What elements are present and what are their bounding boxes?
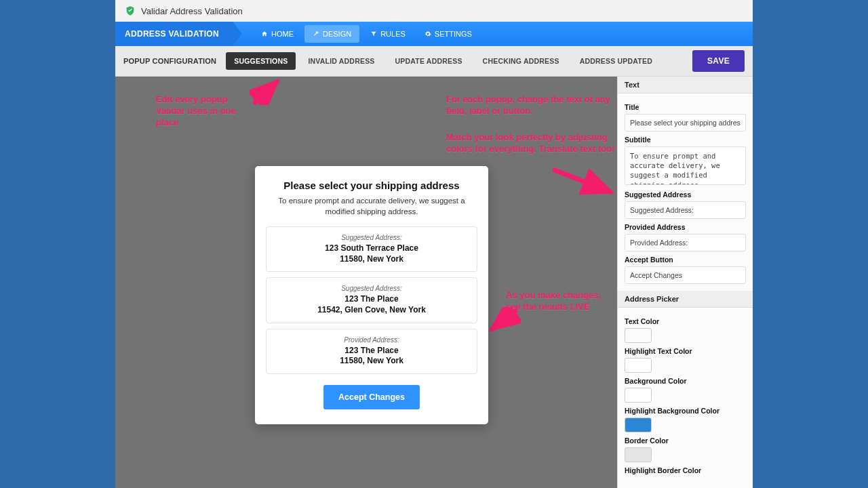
address-label: Suggested Address:	[272, 234, 471, 241]
swatch-text-color[interactable]	[625, 328, 652, 343]
label-bg-color: Background Color	[625, 377, 746, 385]
label-border-color: Border Color	[625, 436, 746, 445]
swatch-bg-color[interactable]	[625, 388, 652, 403]
popup-title: Please select your shipping address	[266, 180, 477, 191]
popup-subtitle: To ensure prompt and accurate delivery, …	[266, 195, 477, 217]
section-picker-header: Address Picker	[618, 291, 753, 308]
label-provided: Provided Address	[625, 223, 746, 231]
nav-rules[interactable]: RULES	[362, 25, 414, 43]
label-subtitle: Subtitle	[625, 136, 746, 144]
callout-match-look: Match your look perfectly by adjusting c…	[446, 132, 616, 155]
input-provided[interactable]	[625, 234, 746, 251]
address-option-3[interactable]: Provided Address: 123 The Place 11580, N…	[266, 329, 477, 374]
nav-settings-label: SETTINGS	[435, 30, 472, 38]
swatch-hl-bg-color[interactable]	[625, 418, 652, 432]
app-name: Validar Address Validation	[141, 6, 243, 16]
accept-changes-button[interactable]: Accept Changes	[323, 385, 420, 409]
address-line2: 11542, Glen Cove, New York	[272, 305, 471, 316]
nav-home[interactable]: HOME	[253, 25, 302, 43]
input-accept[interactable]	[625, 266, 746, 284]
callout-change-text: For each popup, change the text of any f…	[446, 94, 616, 117]
address-label: Provided Address:	[272, 336, 471, 344]
address-label: Suggested Address:	[272, 285, 471, 292]
shield-check-icon	[125, 5, 136, 16]
titlebar: Validar Address Validation	[115, 0, 753, 22]
sub-nav: POPUP CONFIGURATION SUGGESTIONS INVALID …	[115, 46, 753, 77]
address-line2: 11580, New York	[272, 254, 471, 265]
input-title[interactable]	[625, 114, 746, 131]
funnel-icon	[370, 30, 377, 37]
tab-invalid-address[interactable]: INVALID ADDRESS	[300, 52, 382, 70]
tab-checking-address[interactable]: CHECKING ADDRESS	[475, 52, 568, 70]
callout-live-results: As you make changes, see the results LIV…	[506, 290, 614, 313]
home-icon	[261, 30, 268, 37]
top-nav: ADDRESS VALIDATION HOME DESIGN RULES SET…	[115, 22, 753, 46]
preview-pane: Edit every popup Validar uses in one pla…	[115, 77, 617, 488]
workspace: Edit every popup Validar uses in one pla…	[115, 77, 753, 488]
gear-icon	[425, 30, 431, 37]
nav-design[interactable]: DESIGN	[304, 25, 359, 43]
label-title: Title	[625, 103, 746, 111]
popup-preview: Please select your shipping address To e…	[255, 166, 488, 424]
label-hl-border-color: Highlight Border Color	[625, 466, 746, 474]
label-suggested: Suggested Address	[625, 190, 746, 199]
address-option-2[interactable]: Suggested Address: 123 The Place 11542, …	[266, 277, 477, 323]
label-text-color: Text Color	[625, 317, 746, 325]
tab-suggestions[interactable]: SUGGESTIONS	[226, 52, 296, 70]
wrench-icon	[313, 30, 319, 37]
label-hl-text-color: Highlight Text Color	[625, 347, 746, 355]
address-line1: 123 The Place	[272, 346, 471, 357]
arrow-to-panel	[549, 165, 617, 199]
subnav-label: POPUP CONFIGURATION	[123, 57, 216, 65]
swatch-hl-text-color[interactable]	[625, 358, 652, 373]
address-line1: 123 The Place	[272, 294, 471, 305]
nav-settings[interactable]: SETTINGS	[416, 25, 480, 43]
arrow-to-preview	[487, 307, 521, 334]
brand-tab: ADDRESS VALIDATION	[115, 22, 233, 46]
address-line1: 123 South Terrace Place	[272, 243, 471, 254]
address-option-1[interactable]: Suggested Address: 123 South Terrace Pla…	[266, 226, 477, 272]
tab-update-address[interactable]: UPDATE ADDRESS	[387, 52, 471, 70]
side-panel: Text Title Subtitle To ensure prompt and…	[617, 77, 753, 488]
input-suggested[interactable]	[625, 201, 746, 219]
callout-edit-popups: Edit every popup Validar uses in one pla…	[156, 94, 244, 129]
nav-home-label: HOME	[271, 30, 294, 38]
section-text-header: Text	[618, 77, 753, 94]
save-button[interactable]: SAVE	[692, 50, 745, 72]
address-line2: 11580, New York	[272, 356, 471, 367]
tab-address-updated[interactable]: ADDRESS UPDATED	[572, 52, 660, 70]
nav-design-label: DESIGN	[323, 30, 351, 38]
nav-rules-label: RULES	[380, 30, 406, 38]
label-hl-bg-color: Highlight Background Color	[625, 407, 746, 415]
swatch-border-color[interactable]	[625, 447, 652, 462]
input-subtitle[interactable]: To ensure prompt and accurate delivery, …	[625, 146, 746, 185]
arrow-to-tabs	[250, 78, 283, 105]
label-accept: Accept Button	[625, 256, 746, 264]
